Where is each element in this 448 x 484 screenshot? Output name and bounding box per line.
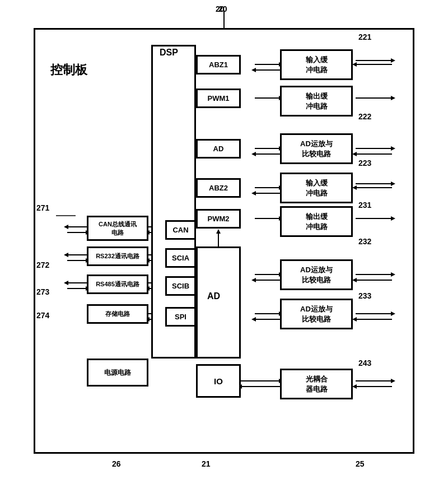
abz2-box: ABZ2 (196, 178, 241, 198)
num-26: 26 (112, 459, 121, 468)
scib-port-box: SCIB (165, 276, 196, 296)
opto-box: 光耦合 器电路 (280, 369, 353, 399)
num-233: 233 (358, 291, 371, 300)
ad-op3-box: AD运放与 比较电路 (280, 299, 353, 329)
num-221: 221 (358, 32, 371, 41)
board-label: 控制板 (50, 62, 87, 78)
num-243: 243 (358, 359, 371, 367)
power-box: 电源电路 (87, 359, 148, 387)
abz1-box: ABZ1 (196, 55, 241, 75)
can-circuit-box: CAN总线通讯 电路 (87, 216, 148, 241)
diagram: 控制板 20 DSP ABZ1 PWM1 AD ABZ2 PWM2 CAN SC… (0, 0, 448, 484)
num-273: 273 (36, 287, 49, 296)
num-231: 231 (358, 201, 371, 210)
num-272: 272 (36, 260, 49, 269)
can-port-box: CAN (165, 220, 196, 240)
dsp-label: DSP (160, 48, 178, 58)
ad-large-block (196, 246, 241, 359)
ad-op2-box: AD运放与 比较电路 (280, 259, 353, 290)
num-232: 232 (358, 237, 371, 246)
ad-port-box: AD (196, 139, 241, 159)
input-buf1-box: 输入缓 冲电路 (280, 49, 353, 80)
storage-box: 存储电路 (87, 304, 148, 324)
num-274: 274 (36, 311, 49, 320)
num-271: 271 (36, 203, 49, 212)
num-223: 223 (358, 159, 371, 167)
ad-large-label: AD (207, 291, 220, 301)
pwm2-box: PWM2 (196, 209, 241, 229)
scia-port-box: SCIA (165, 248, 196, 268)
ad-op1-box: AD运放与 比较电路 (280, 133, 353, 164)
num-20: 20 (216, 4, 225, 13)
num-25: 25 (356, 459, 365, 468)
spi-port-box: SPI (165, 307, 196, 327)
pwm1-box: PWM1 (196, 89, 241, 108)
output-buf1-box: 输出缓 冲电路 (280, 86, 353, 117)
input-buf2-box: 输入缓 冲电路 (280, 173, 353, 203)
output-buf2-box: 输出缓 冲电路 (280, 206, 353, 237)
rs485-box: RS485通讯电路 (87, 274, 148, 294)
io-block: IO (196, 364, 241, 398)
num-21: 21 (202, 459, 211, 468)
rs232-box: RS232通讯电路 (87, 246, 148, 266)
num-222: 222 (358, 112, 371, 121)
